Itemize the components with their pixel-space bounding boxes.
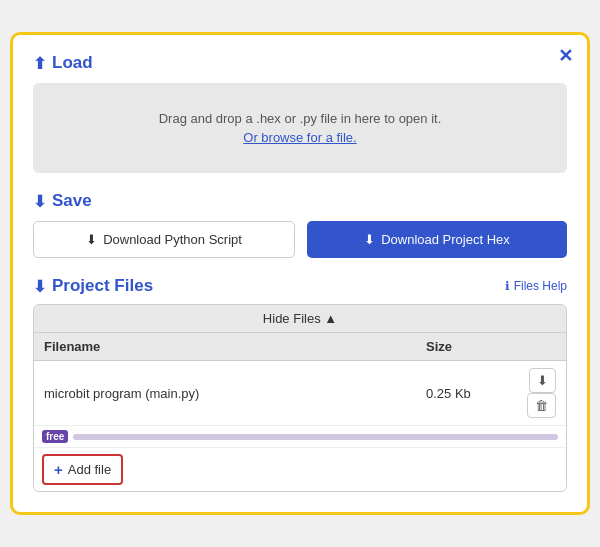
load-title: Load	[52, 53, 93, 73]
main-dialog: ✕ ⬆ Load Drag and drop a .hex or .py fil…	[10, 32, 590, 515]
delete-file-button[interactable]: 🗑	[527, 393, 556, 418]
hide-files-label: Hide Files ▲	[263, 311, 337, 326]
save-icon: ⬇	[33, 192, 46, 211]
save-section: ⬇ Save ⬇ Download Python Script ⬇ Downlo…	[33, 191, 567, 258]
project-files-icon: ⬇	[33, 277, 46, 296]
file-name-cell: microbit program (main.py)	[34, 361, 416, 426]
files-help-label: Files Help	[514, 279, 567, 293]
add-file-label: Add file	[68, 462, 111, 477]
download-hex-button[interactable]: ⬇ Download Project Hex	[307, 221, 567, 258]
browse-link[interactable]: Or browse for a file.	[243, 130, 356, 145]
files-help-link[interactable]: ℹ Files Help	[505, 279, 567, 293]
download-python-button[interactable]: ⬇ Download Python Script	[33, 221, 295, 258]
free-badge: free	[42, 430, 68, 443]
add-file-button[interactable]: + Add file	[42, 454, 123, 485]
files-box: Hide Files ▲ Filename Size microbit prog…	[33, 304, 567, 492]
col-header-size: Size	[416, 333, 496, 361]
download-hex-label: Download Project Hex	[381, 232, 510, 247]
download-python-label: Download Python Script	[103, 232, 242, 247]
add-file-row: + Add file	[34, 448, 566, 491]
save-buttons: ⬇ Download Python Script ⬇ Download Proj…	[33, 221, 567, 258]
save-section-title: ⬇ Save	[33, 191, 567, 211]
file-size-cell: 0.25 Kb	[416, 361, 496, 426]
free-storage-bar	[73, 434, 558, 440]
download-hex-icon: ⬇	[364, 232, 375, 247]
download-file-button[interactable]: ⬇	[529, 368, 556, 393]
project-files-title-text: Project Files	[52, 276, 153, 296]
add-icon: +	[54, 461, 63, 478]
file-actions-cell: ⬇ 🗑	[496, 361, 566, 426]
table-row: microbit program (main.py) 0.25 Kb ⬇ 🗑	[34, 361, 566, 426]
project-files-title: ⬇ Project Files	[33, 276, 153, 296]
save-title: Save	[52, 191, 92, 211]
load-icon: ⬆	[33, 54, 46, 73]
project-files-section: ⬇ Project Files ℹ Files Help Hide Files …	[33, 276, 567, 492]
files-table: Filename Size microbit program (main.py)…	[34, 333, 566, 426]
download-python-icon: ⬇	[86, 232, 97, 247]
drop-zone-text: Drag and drop a .hex or .py file in here…	[159, 111, 442, 126]
col-header-actions	[496, 333, 566, 361]
drop-zone[interactable]: Drag and drop a .hex or .py file in here…	[33, 83, 567, 173]
project-files-header: ⬇ Project Files ℹ Files Help	[33, 276, 567, 296]
hide-files-bar[interactable]: Hide Files ▲	[34, 305, 566, 333]
col-header-filename: Filename	[34, 333, 416, 361]
info-icon: ℹ	[505, 279, 510, 293]
close-button[interactable]: ✕	[558, 47, 573, 65]
load-section-title: ⬆ Load	[33, 53, 567, 73]
free-badge-row: free	[34, 426, 566, 448]
